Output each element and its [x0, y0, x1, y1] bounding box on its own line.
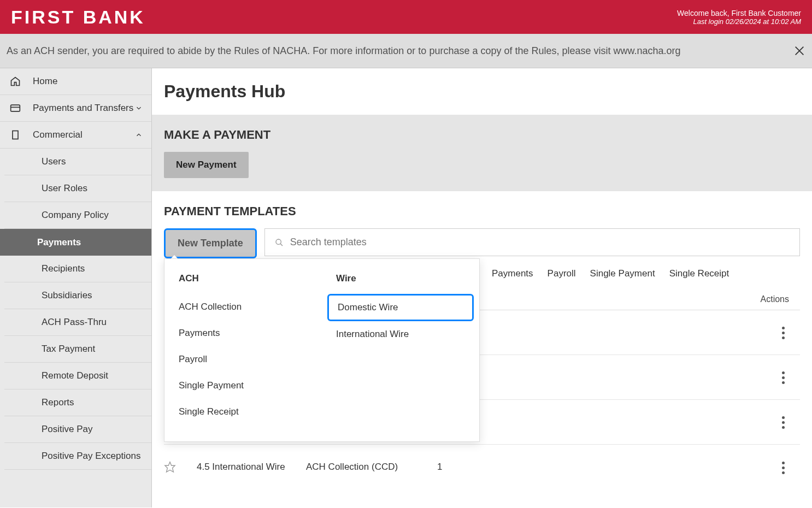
nav-sub-subsidiaries[interactable]: Subsidiaries — [4, 282, 151, 309]
filter-payroll[interactable]: Payroll — [548, 268, 576, 279]
dd-item-single-receipt[interactable]: Single Receipt — [179, 399, 308, 425]
dd-item-ach-collection[interactable]: ACH Collection — [179, 294, 308, 320]
search-templates-input[interactable] — [290, 237, 790, 248]
building-icon — [9, 129, 22, 140]
nav-sub-positive-pay[interactable]: Positive Pay — [4, 416, 151, 443]
chevron-down-icon — [135, 104, 143, 112]
row-actions-menu[interactable] — [778, 322, 789, 344]
home-icon — [9, 76, 22, 87]
nacha-alert: As an ACH sender, you are required to ab… — [0, 34, 812, 68]
svg-line-10 — [280, 244, 283, 246]
dropdown-col-ach: ACH ACH Collection Payments Payroll Sing… — [164, 270, 322, 425]
page-title: Payments Hub — [152, 68, 812, 115]
svg-marker-12 — [165, 462, 175, 472]
star-icon — [164, 461, 176, 473]
filter-payments[interactable]: Payments — [492, 268, 533, 279]
dropdown-col-wire: Wire Domestic Wire International Wire — [322, 270, 479, 425]
nav-sub-positive-pay-exceptions[interactable]: Positive Pay Exceptions — [4, 443, 151, 470]
dd-header-ach: ACH — [179, 270, 308, 294]
svg-rect-0 — [11, 105, 20, 111]
row-actions-menu[interactable] — [778, 457, 789, 479]
table-row: 4.5 International Wire ACH Collection (C… — [164, 445, 800, 489]
main-content: Payments Hub MAKE A PAYMENT New Payment … — [152, 68, 812, 507]
templates-heading: PAYMENT TEMPLATES — [164, 204, 800, 218]
last-login-text: Last login 02/26/2024 at 10:02 AM — [677, 17, 801, 26]
app-header: FIRST BANK Welcome back, First Bank Cust… — [0, 0, 812, 34]
card-icon — [9, 103, 22, 114]
new-payment-button[interactable]: New Payment — [164, 152, 249, 178]
dd-item-single-payment[interactable]: Single Payment — [179, 373, 308, 399]
nav-sub-user-roles[interactable]: User Roles — [4, 175, 151, 202]
close-icon[interactable] — [793, 45, 805, 57]
dd-item-payments[interactable]: Payments — [179, 320, 308, 346]
dd-item-domestic-wire[interactable]: Domestic Wire — [327, 294, 474, 321]
nav-sub-company-policy[interactable]: Company Policy — [4, 202, 151, 229]
row-actions-menu[interactable] — [778, 367, 789, 388]
alert-message: As an ACH sender, you are required to ab… — [7, 45, 681, 57]
payment-templates-section: PAYMENT TEMPLATES New Template ACH ACH C… — [152, 191, 812, 503]
row-actions-menu[interactable] — [778, 412, 789, 433]
new-template-button[interactable]: New Template — [164, 228, 257, 258]
template-type: ACH Collection (CCD) — [306, 462, 437, 472]
nav-sub-tax-payment[interactable]: Tax Payment — [4, 336, 151, 363]
nav-sub-recipients[interactable]: Recipients — [4, 256, 151, 282]
chevron-up-icon — [135, 131, 143, 139]
dd-item-international-wire[interactable]: International Wire — [336, 321, 465, 347]
template-controls: New Template ACH ACH Collection Payments… — [164, 228, 800, 258]
nav-sub-payments[interactable]: Payments — [0, 229, 151, 256]
nav-commercial[interactable]: Commercial — [0, 122, 151, 149]
welcome-info: Welcome back, First Bank Customer Last l… — [677, 9, 801, 26]
dd-item-payroll[interactable]: Payroll — [179, 346, 308, 373]
make-payment-heading: MAKE A PAYMENT — [164, 128, 800, 142]
filter-single-payment[interactable]: Single Payment — [590, 268, 655, 279]
welcome-text: Welcome back, First Bank Customer — [677, 9, 801, 17]
template-name: 4.5 International Wire — [197, 462, 306, 472]
favorite-toggle[interactable] — [164, 461, 197, 473]
svg-rect-2 — [13, 131, 18, 139]
search-icon — [275, 238, 284, 247]
nav-sub-remote-deposit[interactable]: Remote Deposit — [4, 363, 151, 389]
nav-sub-ach-pass-thru[interactable]: ACH Pass-Thru — [4, 309, 151, 336]
sidebar: Home Payments and Transfers Commercial U… — [0, 68, 152, 507]
dd-header-wire: Wire — [336, 270, 465, 294]
nav-sub-users[interactable]: Users — [4, 149, 151, 175]
template-recipients: 1 — [437, 462, 514, 472]
nav-payments-transfers[interactable]: Payments and Transfers — [0, 95, 151, 122]
bank-logo: FIRST BANK — [11, 7, 145, 28]
nav-payments-transfers-label: Payments and Transfers — [33, 103, 133, 114]
make-payment-section: MAKE A PAYMENT New Payment — [152, 115, 812, 191]
filter-single-receipt[interactable]: Single Receipt — [669, 268, 729, 279]
search-templates-box[interactable] — [264, 228, 800, 256]
nav-commercial-label: Commercial — [33, 129, 83, 140]
nav-sub-reports[interactable]: Reports — [4, 389, 151, 416]
svg-point-9 — [276, 239, 281, 244]
nav-home-label: Home — [33, 76, 57, 87]
new-template-dropdown: ACH ACH Collection Payments Payroll Sing… — [164, 258, 480, 442]
nav-home[interactable]: Home — [0, 68, 151, 95]
